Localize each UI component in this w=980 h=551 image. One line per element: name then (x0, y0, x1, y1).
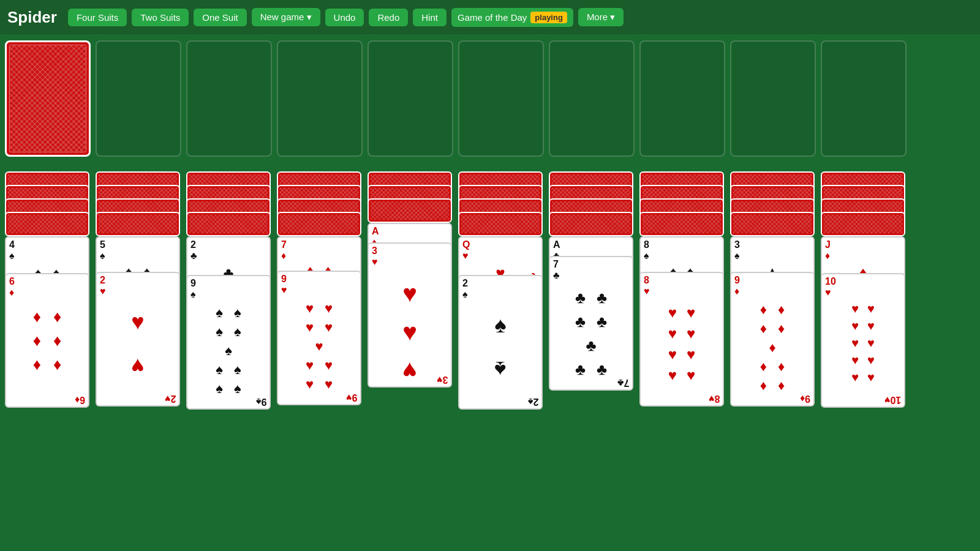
card-9-diamonds[interactable]: 9♦ 9♦ ♦♦ ♦♦ ♦ ♦♦ ♦♦ (730, 272, 815, 407)
header: Spider Four Suits Two Suits One Suit New… (0, 0, 980, 34)
face-down-card[interactable] (96, 212, 180, 236)
card-10-hearts[interactable]: 10♥ 10♥ ♥♥ ♥♥ ♥♥ ♥♥ ♥♥ (821, 273, 905, 408)
game-of-day-button[interactable]: Game of the Day playing (451, 8, 573, 27)
face-down-card[interactable] (549, 212, 633, 236)
face-down-card[interactable] (821, 212, 905, 236)
card-6-diamonds[interactable]: 6♦ 6♦ ♦♦ ♦♦ ♦♦ (5, 273, 89, 408)
column-3: 7♦ 7♦ ♦♦ 9♥ 9♥ ♥♥ ♥♥ ♥ ♥♥ ♥♥ (277, 171, 363, 410)
column-7: 8♠ 8♠ ♠♠ 8♥ 8♥ ♥♥ ♥♥ ♥♥ ♥♥ (639, 171, 725, 410)
face-down-card[interactable] (5, 212, 89, 236)
card-2-hearts[interactable]: 2♥ 2♥ ♥ ♥ (96, 272, 180, 407)
empty-slot-9 (821, 40, 907, 157)
face-down-card[interactable] (639, 212, 724, 236)
undo-button[interactable]: Undo (325, 9, 364, 26)
card-7-clubs[interactable]: 7♣ 7♣ ♣♣ ♣♣ ♣ ♣♣ (549, 256, 633, 391)
one-suit-button[interactable]: One Suit (194, 9, 246, 26)
face-down-card[interactable] (186, 212, 271, 236)
stock-pile[interactable] (5, 40, 91, 157)
empty-slot-8 (730, 40, 816, 157)
face-down-card[interactable] (458, 212, 543, 236)
game-area: 4♠ 4♠ ♠♠ 6♦ 6♦ ♦♦ ♦♦ ♦♦ (0, 34, 980, 551)
new-game-button[interactable]: New game ▾ (252, 8, 320, 26)
empty-slot-3 (277, 40, 363, 157)
column-2: 2♣ 2♣ ♣ 9♠ 9♠ ♠♠ ♠♠ ♠ ♠♠ ♠♠ (186, 171, 272, 410)
card-9-hearts[interactable]: 9♥ 9♥ ♥♥ ♥♥ ♥ ♥♥ ♥♥ (277, 271, 361, 405)
card-2-spades[interactable]: 2♠ 2♠ ♠ ♠ (458, 275, 543, 410)
empty-slot-5 (458, 40, 544, 157)
more-button[interactable]: More ▾ (578, 8, 624, 26)
redo-button[interactable]: Redo (369, 9, 408, 26)
empty-slot-7 (639, 40, 725, 157)
column-1: 5♠ 5♠ ♠♠ 2♥ 2♥ ♥ ♥ (96, 171, 181, 410)
column-6: A♣ A♣ 7♣ 7♣ ♣♣ ♣♣ ♣ ♣♣ (549, 171, 635, 410)
four-suits-button[interactable]: Four Suits (68, 9, 127, 26)
empty-slot-2 (186, 40, 272, 157)
hint-button[interactable]: Hint (413, 9, 447, 26)
playing-badge: playing (530, 12, 567, 23)
face-down-card[interactable] (368, 198, 452, 223)
empty-slot-6 (549, 40, 635, 157)
columns-row: 4♠ 4♠ ♠♠ 6♦ 6♦ ♦♦ ♦♦ ♦♦ (5, 171, 975, 410)
card-8-hearts[interactable]: 8♥ 8♥ ♥♥ ♥♥ ♥♥ ♥♥ (639, 272, 724, 407)
column-9: J♦ J♦ ♦ 10♥ 10♥ ♥♥ ♥♥ ♥♥ ♥♥ ♥♥ (821, 171, 907, 410)
two-suits-button[interactable]: Two Suits (132, 9, 189, 26)
column-0: 4♠ 4♠ ♠♠ 6♦ 6♦ ♦♦ ♦♦ ♦♦ (5, 171, 91, 410)
column-4: A♦ A♦ 3♥ 3♥ ♥ ♥ ♥ (368, 171, 453, 410)
empty-slot-1 (96, 40, 181, 157)
face-down-card[interactable] (730, 212, 815, 236)
game-title: Spider (7, 8, 57, 27)
column-5: Q♥ Q♥ ♥ 2♠ 2♠ ♠ ♠ (458, 171, 544, 410)
empty-slot-4 (368, 40, 453, 157)
card-9-spades[interactable]: 9♠ 9♠ ♠♠ ♠♠ ♠ ♠♠ ♠♠ (186, 275, 271, 410)
card-3-hearts[interactable]: 3♥ 3♥ ♥ ♥ ♥ (368, 242, 452, 388)
column-8: 3♠ 3♠ ▲ 9♦ 9♦ ♦♦ ♦♦ ♦ ♦♦ ♦♦ (730, 171, 816, 410)
top-row (5, 40, 975, 163)
face-down-card[interactable] (277, 212, 361, 236)
